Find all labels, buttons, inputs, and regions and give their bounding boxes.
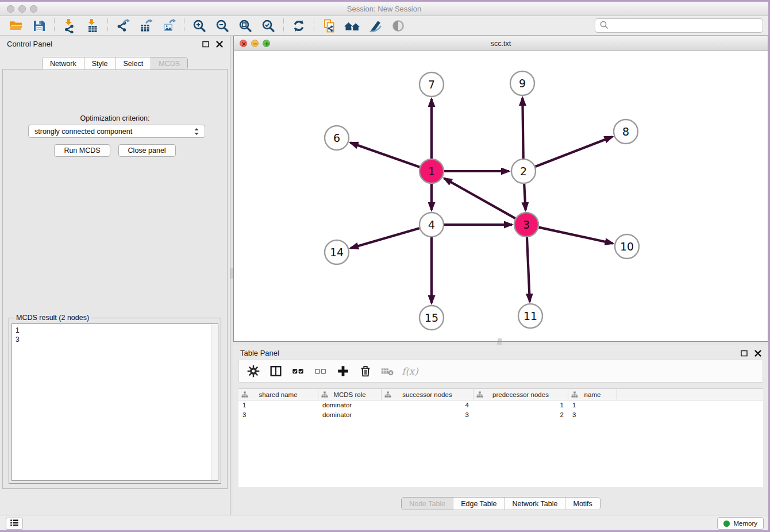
column-header-predecessor-nodes[interactable]: predecessor nodes: [473, 389, 568, 400]
tab-motifs[interactable]: Motifs: [565, 498, 599, 510]
table-cell[interactable]: dominator: [318, 410, 382, 420]
control-panel-tabs: NetworkStyleSelectMCDS: [0, 57, 230, 70]
graph-edge-2-8[interactable]: [536, 137, 613, 167]
export-image-button[interactable]: [157, 17, 180, 34]
table-toolbar: f(x): [238, 360, 763, 383]
export-network-icon: [116, 18, 130, 33]
result-scrollbar[interactable]: [211, 324, 218, 480]
table-cell[interactable]: 1: [473, 400, 568, 410]
main-toolbar: [0, 16, 768, 36]
column-header-successor-nodes[interactable]: successor nodes: [382, 389, 473, 400]
first-neighbors-button[interactable]: [341, 17, 364, 34]
column-header-shared-name[interactable]: shared name: [238, 389, 318, 400]
graph-edge-1-6[interactable]: [351, 142, 420, 167]
clone-network-button[interactable]: [318, 17, 341, 34]
zoom-selected-icon: [261, 18, 276, 33]
graph-node-3[interactable]: 3: [514, 213, 538, 237]
column-header-name[interactable]: name: [568, 389, 617, 400]
export-network-button[interactable]: [111, 17, 134, 34]
style-paint-button[interactable]: [364, 17, 387, 34]
zoom-fit-button[interactable]: [234, 17, 257, 34]
graph-node-6[interactable]: 6: [325, 126, 349, 150]
column-header-MCDS-role[interactable]: MCDS role: [318, 389, 382, 400]
import-network-icon: [62, 18, 77, 33]
table-cell[interactable]: 4: [382, 400, 473, 410]
float-panel-icon[interactable]: [740, 349, 749, 358]
float-panel-icon[interactable]: [201, 40, 210, 49]
graph-node-8[interactable]: 8: [614, 119, 638, 144]
hierarchy-icon: [476, 391, 483, 399]
run-mcds-button[interactable]: Run MCDS: [54, 144, 110, 157]
show-columns-button[interactable]: [268, 364, 283, 379]
canvas-resize-handle[interactable]: [498, 338, 502, 341]
tab-network[interactable]: Network: [43, 57, 84, 70]
tab-edge-table[interactable]: Edge Table: [453, 498, 505, 510]
graph-node-11[interactable]: 11: [518, 304, 542, 328]
table-cell[interactable]: dominator: [318, 400, 382, 410]
graph-node-1[interactable]: 1: [419, 159, 444, 183]
hierarchy-icon: [241, 391, 248, 399]
zoom-selected-button[interactable]: [257, 17, 280, 34]
plus-icon: [336, 364, 350, 378]
graph-node-10[interactable]: 10: [615, 234, 639, 259]
create-column-button[interactable]: [336, 364, 351, 379]
graph-edge-4-14[interactable]: [351, 228, 419, 248]
graph-node-9[interactable]: 9: [510, 71, 534, 95]
mcds-result-textarea[interactable]: 13: [11, 323, 218, 481]
import-table-button[interactable]: [81, 17, 104, 34]
close-panel-icon[interactable]: [753, 349, 763, 358]
open-file-button[interactable]: [5, 17, 28, 34]
graph-edge-2-3[interactable]: [524, 184, 525, 210]
select-all-columns-button[interactable]: [291, 364, 306, 379]
criterion-dropdown[interactable]: strongly connected component: [28, 125, 205, 138]
graph-edge-2-9[interactable]: [522, 98, 523, 159]
title-bar: Session: New Session: [0, 2, 768, 16]
tab-style[interactable]: Style: [84, 57, 116, 70]
unselect-all-columns-button[interactable]: [313, 364, 328, 379]
delete-column-button[interactable]: [358, 364, 373, 379]
network-window-titlebar[interactable]: scc.txt: [234, 36, 768, 51]
table-cell[interactable]: 2: [473, 410, 568, 420]
homes-icon: [344, 18, 361, 33]
graph-node-15[interactable]: 15: [419, 306, 444, 330]
memory-button[interactable]: Memory: [717, 517, 764, 530]
close-panel-icon[interactable]: [215, 40, 224, 49]
table-row[interactable]: 1dominator411: [238, 400, 763, 410]
tab-network-table[interactable]: Network Table: [505, 498, 566, 510]
graph-node-7[interactable]: 7: [419, 72, 444, 97]
close-panel-button[interactable]: Close panel: [118, 144, 176, 157]
svg-text:7: 7: [428, 78, 435, 91]
search-input[interactable]: [609, 19, 763, 32]
tab-node-table[interactable]: Node Table: [402, 498, 453, 510]
zoom-out-button[interactable]: [211, 17, 234, 34]
table-panel: Table Panel f(x) shared nameMCDS rolesuc…: [233, 345, 768, 515]
graph-edge-3-10[interactable]: [538, 228, 613, 244]
task-history-button[interactable]: [6, 518, 23, 530]
table-cell[interactable]: 3: [382, 410, 473, 420]
network-canvas[interactable]: 7968124314101511: [234, 51, 768, 341]
table-cell[interactable]: 3: [568, 410, 617, 420]
table-cell[interactable]: 1: [238, 400, 318, 410]
application-window: Session: New Session Control Panel Netwo…: [0, 2, 768, 530]
table-row[interactable]: 3dominator323: [238, 410, 763, 420]
graph-node-4[interactable]: 4: [419, 213, 444, 237]
graph-node-2[interactable]: 2: [511, 159, 536, 183]
graph-edge-3-1[interactable]: [444, 178, 515, 218]
zoom-in-button[interactable]: [188, 17, 211, 34]
column-label: name: [584, 391, 601, 398]
mcds-tab-content: Optimization criterion: strongly connect…: [2, 69, 228, 489]
table-cell[interactable]: 1: [568, 400, 617, 410]
export-table-button[interactable]: [134, 17, 157, 34]
tab-mcds[interactable]: MCDS: [151, 57, 187, 70]
table-cell[interactable]: 3: [238, 410, 318, 420]
graph-node-14[interactable]: 14: [325, 240, 349, 264]
table-mode-button[interactable]: [246, 364, 261, 379]
graph-edge-3-11[interactable]: [527, 237, 530, 302]
save-session-button[interactable]: [28, 17, 51, 34]
tab-select[interactable]: Select: [116, 57, 152, 70]
network-view-window: scc.txt 7968124314101511: [233, 36, 768, 342]
import-network-button[interactable]: [58, 17, 81, 34]
apply-layout-button[interactable]: [287, 17, 310, 34]
style-brush-icon: [368, 18, 383, 33]
column-label: MCDS role: [333, 391, 365, 398]
